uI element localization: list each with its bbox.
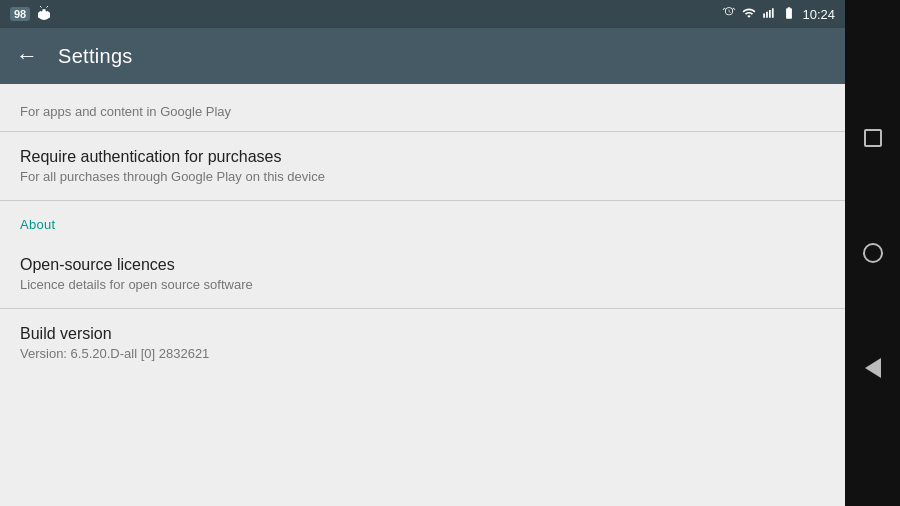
require-auth-subtitle: For all purchases through Google Play on… [20, 169, 825, 184]
settings-content: For apps and content in Google Play Requ… [0, 84, 845, 506]
svg-rect-1 [38, 12, 41, 18]
status-bar-left: 98 [10, 5, 52, 23]
notification-badge: 98 [10, 7, 30, 21]
toolbar: ← Settings [0, 28, 845, 84]
toolbar-title: Settings [58, 45, 133, 68]
triangle-icon [865, 358, 881, 378]
back-nav-button[interactable] [859, 354, 887, 382]
about-section-header: About [0, 201, 845, 240]
circle-icon [863, 243, 883, 263]
open-source-subtitle: Licence details for open source software [20, 277, 825, 292]
open-source-title: Open-source licences [20, 256, 825, 274]
svg-line-5 [40, 6, 42, 8]
status-bar: 98 [0, 0, 845, 28]
require-auth-item[interactable]: Require authentication for purchases For… [0, 132, 845, 200]
build-version-subtitle: Version: 6.5.20.D-all [0] 2832621 [20, 346, 825, 361]
status-bar-right: 10:24 [722, 6, 835, 22]
navigation-bar [845, 0, 900, 506]
build-version-item[interactable]: Build version Version: 6.5.20.D-all [0] … [0, 309, 845, 377]
battery-icon [782, 6, 796, 22]
signal-icon [762, 6, 776, 22]
square-icon [864, 129, 882, 147]
svg-point-3 [41, 10, 43, 12]
wifi-icon [742, 6, 756, 22]
recents-button[interactable] [859, 124, 887, 152]
status-time: 10:24 [802, 7, 835, 22]
android-icon [36, 5, 52, 23]
svg-line-6 [47, 6, 49, 8]
back-button[interactable]: ← [16, 43, 38, 69]
alarm-icon [722, 6, 736, 22]
build-version-title: Build version [20, 325, 825, 343]
svg-point-4 [46, 10, 48, 12]
require-auth-title: Require authentication for purchases [20, 148, 825, 166]
section-label: For apps and content in Google Play [0, 84, 845, 131]
svg-rect-2 [47, 12, 50, 18]
home-button[interactable] [859, 239, 887, 267]
open-source-item[interactable]: Open-source licences Licence details for… [0, 240, 845, 308]
